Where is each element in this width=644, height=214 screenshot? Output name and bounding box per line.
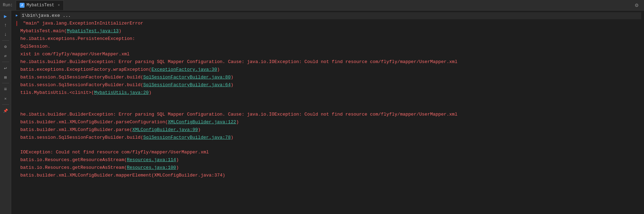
link-resources-100[interactable]: Resources.java:100: [127, 165, 176, 170]
empty-line-2: [11, 104, 644, 111]
left-toolbar: ▶ ↑ ↓ ⚙ ⇄ ↩ ▤ ≡ ✕ 📌: [0, 11, 11, 214]
settings-button[interactable]: ⚙: [1, 42, 10, 51]
empty-line-3: [11, 141, 644, 149]
console-line-17: batis.io.Resources.getResourceAsStream(R…: [11, 164, 644, 172]
play-button[interactable]: ▶: [1, 12, 10, 20]
tab-icon: J: [20, 3, 25, 8]
run-label: Run:: [3, 3, 13, 8]
line-15-text: IOException: Could not find resource com…: [20, 149, 641, 156]
console-line-1: | "main" java.lang.ExceptionInInitialize…: [11, 20, 644, 27]
indent-icon-2: [14, 28, 20, 35]
indent-icon-12: [14, 119, 20, 126]
console-line-12: batis.builder.xml.XMLConfigBuilder.parse…: [11, 118, 644, 126]
line-18-text: batis.builder.xml.XMLConfigBuilder.mappe…: [20, 172, 641, 179]
line-5-text: xist in com/flyfly/mapper/UserMapper.xml: [20, 51, 641, 58]
console-area[interactable]: ▶ 1\bin\java.exe ... | "main" java.lang.…: [11, 11, 644, 214]
indent-icon-16: [14, 157, 20, 164]
indent-icon-5: [14, 51, 20, 58]
link-xmlconfig-99[interactable]: XMLConfigBuilder.java:99: [132, 127, 198, 132]
format-button[interactable]: ⇄: [1, 51, 10, 60]
tab-name: MybatisTest: [27, 3, 54, 8]
console-line-16: batis.io.Resources.getResourceAsStream(R…: [11, 156, 644, 164]
line-8-text: batis.session.SqlSessionFactoryBuilder.b…: [20, 74, 641, 81]
main-container: ▶ ↑ ↓ ⚙ ⇄ ↩ ▤ ≡ ✕ 📌 ▶ 1\bin\java.exe ...…: [0, 11, 644, 214]
console-line-18: batis.builder.xml.XMLConfigBuilder.mappe…: [11, 172, 644, 179]
line-14-text: batis.session.SqlSessionFactoryBuilder.b…: [20, 134, 641, 141]
indent-icon-15: [14, 149, 20, 156]
indent-icon-18: [14, 172, 20, 179]
line-3-text: he.ibatis.exceptions.PersistenceExceptio…: [20, 35, 641, 42]
link-xmlconfig-122[interactable]: XMLConfigBuilder.java:122: [168, 119, 236, 125]
indent-icon-10: [14, 89, 20, 96]
console-line-8: batis.session.SqlSessionFactoryBuilder.b…: [11, 74, 644, 81]
back-button[interactable]: ↩: [1, 64, 10, 72]
print-button[interactable]: ▤: [1, 73, 10, 81]
scroll-up-button[interactable]: ↑: [1, 21, 10, 29]
separator-3: [2, 83, 9, 83]
console-line-9: batis.session.SqlSessionFactoryBuilder.b…: [11, 81, 644, 89]
pin-button[interactable]: 📌: [1, 106, 10, 115]
scroll-down-button[interactable]: ↓: [1, 30, 10, 39]
indent-icon-13: [14, 126, 20, 133]
console-line-5: xist in com/flyfly/mapper/UserMapper.xml: [11, 50, 644, 58]
line-13-text: batis.builder.xml.XMLConfigBuilder.parse…: [20, 126, 641, 133]
indent-icon-7: [14, 66, 20, 73]
console-line-14: batis.session.SqlSessionFactoryBuilder.b…: [11, 134, 644, 141]
indent-icon-17: [14, 164, 20, 171]
console-line-command: ▶ 1\bin\java.exe ...: [11, 12, 644, 20]
link-mybatisutils[interactable]: MybatisUtils.java:20: [94, 90, 149, 95]
separator-1: [2, 40, 9, 41]
line-11-text: he.ibatis.builder.BuilderException: Erro…: [20, 111, 641, 118]
console-line-3: he.ibatis.exceptions.PersistenceExceptio…: [11, 35, 644, 43]
console-line-6: he.ibatis.builder.BuilderException: Erro…: [11, 58, 644, 66]
command-icon: ▶: [14, 12, 20, 19]
link-exceptionfactory[interactable]: ExceptionFactory.java:30: [151, 67, 217, 72]
delete-button[interactable]: ✕: [1, 94, 10, 103]
list-button[interactable]: ≡: [1, 85, 10, 94]
line-12-text: batis.builder.xml.XMLConfigBuilder.parse…: [20, 119, 641, 126]
tab-bar: Run: J MybatisTest × ⚙: [0, 0, 644, 11]
indent-icon-4: [14, 43, 20, 50]
line-2-text: MybatisTest.main(MybatisTest.java:13): [20, 28, 641, 35]
separator-2: [2, 62, 9, 62]
tab-close-button[interactable]: ×: [58, 4, 60, 7]
line-10-text: tils.MybatisUtils.<clinit>(MybatisUtils.…: [20, 89, 641, 96]
console-line-2: MybatisTest.main(MybatisTest.java:13): [11, 27, 644, 35]
empty-line-1: [11, 97, 644, 104]
line-16-text: batis.io.Resources.getResourceAsStream(R…: [20, 157, 641, 164]
command-text: 1\bin\java.exe ...: [20, 12, 641, 19]
line-7-text: batis.exceptions.ExceptionFactory.wrapEx…: [20, 66, 641, 73]
link-mybatistest[interactable]: MybatisTest.java:13: [67, 28, 119, 34]
settings-icon[interactable]: ⚙: [635, 2, 641, 9]
indent-icon-6: [14, 58, 20, 65]
indent-icon-14: [14, 134, 20, 141]
console-line-10: tils.MybatisUtils.<clinit>(MybatisUtils.…: [11, 89, 644, 97]
console-line-11: he.ibatis.builder.BuilderException: Erro…: [11, 111, 644, 118]
console-line-7: batis.exceptions.ExceptionFactory.wrapEx…: [11, 66, 644, 74]
indent-icon-3: [14, 35, 20, 42]
console-line-13: batis.builder.xml.XMLConfigBuilder.parse…: [11, 126, 644, 134]
link-sqlsession-78[interactable]: SqlSessionFactoryBuilder.java:78: [143, 135, 231, 140]
link-resources-114[interactable]: Resources.java:114: [127, 157, 176, 163]
console-line-15: IOException: Could not find resource com…: [11, 149, 644, 156]
line-4-text: SqlSession.: [20, 43, 641, 50]
pipe-icon: |: [14, 20, 20, 27]
line-6-text: he.ibatis.builder.BuilderException: Erro…: [20, 58, 641, 65]
link-sqlsession-80[interactable]: SqlSessionFactoryBuilder.java:80: [143, 75, 231, 80]
line-1-text: "main" java.lang.ExceptionInInitializerE…: [20, 20, 641, 27]
indent-icon-8: [14, 74, 20, 81]
indent-icon-11: [14, 111, 20, 118]
separator-4: [2, 104, 9, 105]
line-9-text: batis.session.SqlSessionFactoryBuilder.b…: [20, 82, 641, 89]
mybatis-test-tab[interactable]: J MybatisTest ×: [16, 0, 64, 10]
link-sqlsession-64[interactable]: SqlSessionFactoryBuilder.java:64: [143, 82, 231, 88]
indent-icon-9: [14, 82, 20, 89]
console-line-4: SqlSession.: [11, 43, 644, 50]
line-17-text: batis.io.Resources.getResourceAsStream(R…: [20, 164, 641, 171]
